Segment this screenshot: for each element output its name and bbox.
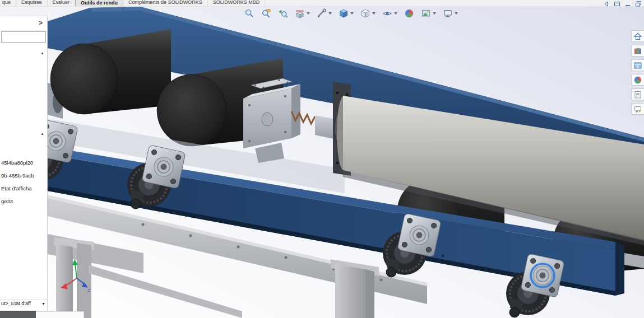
configuration-bar[interactable]: ut>_État d'aff ▼ xyxy=(0,299,47,307)
configuration-label: ut>_État d'aff xyxy=(1,300,31,307)
window-restore-icon[interactable] xyxy=(634,1,642,7)
headsup-view-toolbar xyxy=(243,7,460,20)
zoom-area-button[interactable] xyxy=(260,7,273,20)
window-icon[interactable] xyxy=(613,1,621,7)
dropdown-caret-icon[interactable] xyxy=(455,12,458,15)
hide-show-items-button[interactable] xyxy=(381,7,399,20)
dropdown-caret-icon[interactable] xyxy=(372,12,376,15)
previous-view-button[interactable] xyxy=(276,7,290,20)
bottom-white-strip xyxy=(36,311,84,318)
edit-appearance-icon xyxy=(404,8,414,18)
appearances-button[interactable] xyxy=(631,74,644,86)
commandmanager-tabbar: que Esquisse Évaluer Outils de rendu Com… xyxy=(0,0,644,7)
view-orientation-button[interactable] xyxy=(337,7,355,20)
home-icon xyxy=(633,32,642,41)
tree-item[interactable]: 9b-465b-9acb xyxy=(0,169,47,182)
section-view-icon xyxy=(295,8,305,18)
view-settings-icon xyxy=(443,8,453,18)
dropdown-caret-icon[interactable] xyxy=(350,12,354,15)
measure-icon xyxy=(317,8,327,18)
tree-filter-input[interactable] xyxy=(1,31,46,43)
design-library-button[interactable] xyxy=(631,45,644,57)
tab-complements-solidworks[interactable]: Compléments de SOLIDWORKS xyxy=(123,0,208,6)
triad-z-label: Z xyxy=(87,288,90,293)
view-orientation-icon xyxy=(339,8,349,18)
scroll-up-button[interactable]: ▲ xyxy=(40,51,44,55)
tree-item[interactable]: ge33 xyxy=(0,195,47,208)
dropdown-caret-icon[interactable] xyxy=(307,12,310,15)
apply-scene-button[interactable] xyxy=(419,7,438,20)
tab-solidworks-mbd[interactable]: SOLIDWORKS MBD xyxy=(208,0,266,6)
dropdown-caret-icon[interactable] xyxy=(433,12,436,15)
previous-view-icon xyxy=(278,8,288,18)
featuremanager-panel: > ▲ ▲ 45l4ba80pl20 9b-465b-9acb État d'a… xyxy=(0,16,48,311)
tab-outils-de-rendu[interactable]: Outils de rendu xyxy=(75,0,123,6)
scroll-up-button[interactable]: ▲ xyxy=(40,132,44,136)
display-style-button[interactable] xyxy=(359,7,377,20)
feature-tree: 45l4ba80pl20 9b-465b-9acb État d'afficha… xyxy=(0,156,47,208)
dropdown-caret-icon[interactable] xyxy=(394,12,397,15)
custom-properties-button[interactable] xyxy=(631,88,644,100)
view-settings-button[interactable] xyxy=(441,7,460,20)
featuremanager-header: > xyxy=(0,16,47,31)
apply-scene-icon xyxy=(421,8,431,18)
display-style-icon xyxy=(360,8,370,18)
hide-show-icon xyxy=(382,8,392,18)
bottom-dark-strip xyxy=(0,311,36,318)
forum-icon xyxy=(633,105,642,114)
section-view-button[interactable] xyxy=(293,7,312,20)
configuration-dropdown-icon[interactable]: ▼ xyxy=(41,300,45,307)
tree-item[interactable]: État d'afficha xyxy=(0,182,47,195)
tree-item[interactable]: 45l4ba80pl20 xyxy=(0,156,47,169)
resources-home-button[interactable] xyxy=(631,30,644,42)
design-library-icon xyxy=(633,46,642,55)
measure-button[interactable] xyxy=(315,7,333,20)
custom-properties-icon xyxy=(633,90,642,99)
tab-esquisse[interactable]: Esquisse xyxy=(16,0,48,6)
window-controls xyxy=(603,1,642,7)
forum-button[interactable] xyxy=(631,103,644,115)
appearances-icon xyxy=(633,76,642,85)
view-palette-icon xyxy=(633,61,642,70)
window-minimize-icon[interactable] xyxy=(624,1,632,7)
edit-appearance-button[interactable] xyxy=(402,7,416,20)
tab-evaluer[interactable]: Évaluer xyxy=(48,0,76,6)
dropdown-caret-icon[interactable] xyxy=(328,12,332,15)
zoom-fit-icon xyxy=(244,8,254,18)
view-palette-button[interactable] xyxy=(631,59,644,71)
tab-partial[interactable]: que xyxy=(0,0,16,6)
task-pane-tabs xyxy=(631,30,644,115)
zoom-fit-button[interactable] xyxy=(243,7,256,20)
zoom-area-icon xyxy=(261,8,271,18)
viewport-3d-scene[interactable]: Z xyxy=(0,0,644,318)
window-back-icon[interactable] xyxy=(603,1,610,7)
panel-expand-button[interactable]: > xyxy=(39,19,43,27)
